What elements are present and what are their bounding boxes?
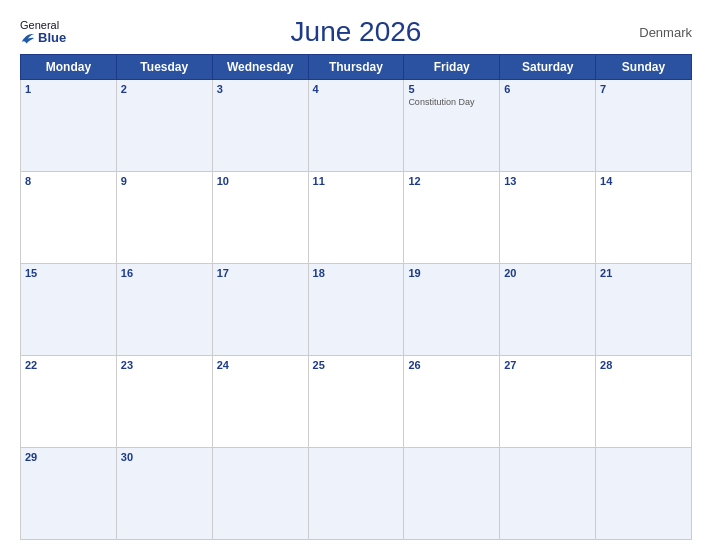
calendar-cell: 2 [116, 80, 212, 172]
calendar-cell [404, 448, 500, 540]
calendar-cell: 23 [116, 356, 212, 448]
day-number: 20 [504, 267, 591, 279]
calendar-cell: 6 [500, 80, 596, 172]
calendar-cell: 28 [596, 356, 692, 448]
week-row-4: 22232425262728 [21, 356, 692, 448]
calendar-cell: 3 [212, 80, 308, 172]
week-row-3: 15161718192021 [21, 264, 692, 356]
weekday-header-friday: Friday [404, 55, 500, 80]
calendar-cell [308, 448, 404, 540]
calendar-cell: 5Constitution Day [404, 80, 500, 172]
calendar-cell: 22 [21, 356, 117, 448]
calendar-cell: 30 [116, 448, 212, 540]
day-number: 15 [25, 267, 112, 279]
calendar-cell [500, 448, 596, 540]
calendar-cell: 21 [596, 264, 692, 356]
calendar-cell: 11 [308, 172, 404, 264]
weekday-header-row: MondayTuesdayWednesdayThursdayFridaySatu… [21, 55, 692, 80]
day-number: 7 [600, 83, 687, 95]
weekday-header-monday: Monday [21, 55, 117, 80]
day-number: 22 [25, 359, 112, 371]
day-number: 8 [25, 175, 112, 187]
weekday-header-sunday: Sunday [596, 55, 692, 80]
day-number: 2 [121, 83, 208, 95]
day-number: 10 [217, 175, 304, 187]
weekday-header-thursday: Thursday [308, 55, 404, 80]
day-number: 19 [408, 267, 495, 279]
calendar-cell: 25 [308, 356, 404, 448]
weekday-header-saturday: Saturday [500, 55, 596, 80]
weekday-header-wednesday: Wednesday [212, 55, 308, 80]
calendar-cell: 15 [21, 264, 117, 356]
day-number: 12 [408, 175, 495, 187]
day-number: 5 [408, 83, 495, 95]
weekday-header-tuesday: Tuesday [116, 55, 212, 80]
calendar-cell: 9 [116, 172, 212, 264]
calendar-cell: 1 [21, 80, 117, 172]
calendar-cell [596, 448, 692, 540]
country-label: Denmark [639, 25, 692, 40]
calendar-cell: 18 [308, 264, 404, 356]
holiday-text: Constitution Day [408, 97, 495, 108]
day-number: 14 [600, 175, 687, 187]
calendar-cell: 26 [404, 356, 500, 448]
day-number: 13 [504, 175, 591, 187]
day-number: 23 [121, 359, 208, 371]
day-number: 28 [600, 359, 687, 371]
calendar-cell: 17 [212, 264, 308, 356]
week-row-2: 891011121314 [21, 172, 692, 264]
day-number: 30 [121, 451, 208, 463]
calendar-cell: 10 [212, 172, 308, 264]
day-number: 6 [504, 83, 591, 95]
day-number: 29 [25, 451, 112, 463]
calendar-cell: 14 [596, 172, 692, 264]
day-number: 1 [25, 83, 112, 95]
logo: General Blue [20, 19, 66, 45]
logo-blue-text: Blue [20, 31, 66, 45]
day-number: 25 [313, 359, 400, 371]
day-number: 9 [121, 175, 208, 187]
calendar-cell: 4 [308, 80, 404, 172]
calendar-cell: 24 [212, 356, 308, 448]
day-number: 17 [217, 267, 304, 279]
calendar-cell: 29 [21, 448, 117, 540]
calendar-table: MondayTuesdayWednesdayThursdayFridaySatu… [20, 54, 692, 540]
day-number: 21 [600, 267, 687, 279]
calendar-cell: 16 [116, 264, 212, 356]
calendar-cell: 27 [500, 356, 596, 448]
month-title: June 2026 [291, 16, 422, 48]
day-number: 26 [408, 359, 495, 371]
day-number: 27 [504, 359, 591, 371]
calendar-cell: 8 [21, 172, 117, 264]
week-row-5: 2930 [21, 448, 692, 540]
calendar-cell: 7 [596, 80, 692, 172]
day-number: 4 [313, 83, 400, 95]
calendar-cell: 19 [404, 264, 500, 356]
day-number: 3 [217, 83, 304, 95]
calendar-cell: 13 [500, 172, 596, 264]
calendar-cell: 20 [500, 264, 596, 356]
day-number: 24 [217, 359, 304, 371]
day-number: 18 [313, 267, 400, 279]
logo-bird-icon [20, 31, 36, 45]
calendar-cell [212, 448, 308, 540]
day-number: 16 [121, 267, 208, 279]
calendar-header: General Blue June 2026 Denmark [20, 10, 692, 50]
day-number: 11 [313, 175, 400, 187]
calendar-cell: 12 [404, 172, 500, 264]
week-row-1: 12345Constitution Day67 [21, 80, 692, 172]
